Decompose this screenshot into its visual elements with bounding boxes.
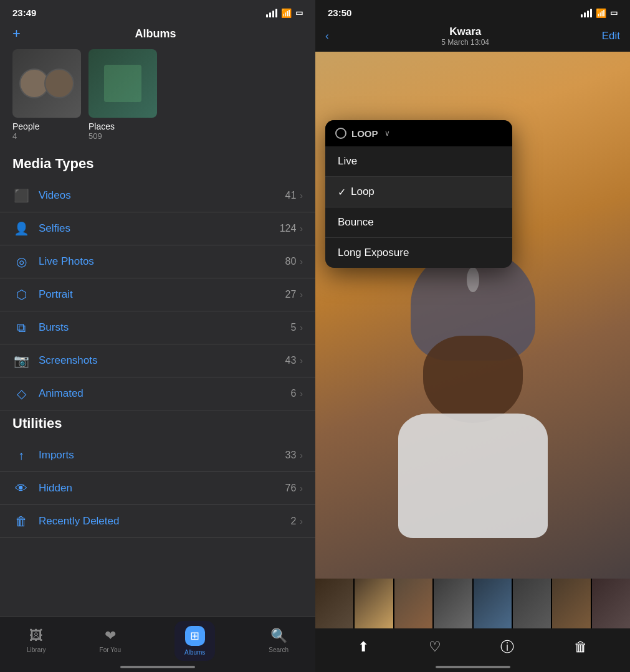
- strip-thumb-5[interactable]: [474, 579, 512, 628]
- places-album[interactable]: Places 509: [88, 49, 157, 141]
- albums-title: Albums: [21, 27, 290, 40]
- bounce-option-label: Bounce: [338, 216, 374, 229]
- people-faces: [12, 49, 81, 118]
- bottom-tabs: 🖼 Library ❤ For You ⊞ Albums 🔍 Search: [0, 616, 315, 672]
- left-status-bar: 23:49 📶 ▭: [0, 0, 315, 23]
- videos-item[interactable]: ⬛ Videos 41 ›: [0, 179, 315, 212]
- right-time: 23:50: [328, 7, 351, 18]
- live-option-label: Live: [338, 155, 357, 168]
- dropdown-item-live[interactable]: Live: [325, 146, 512, 177]
- video-icon: ⬛: [12, 187, 30, 204]
- photo-container[interactable]: LOOP ∨ Live ✓ Loop Bounce Long Exposure: [315, 52, 630, 579]
- people-album[interactable]: People 4: [12, 49, 81, 141]
- loop-circle-icon: [335, 128, 346, 139]
- animated-icon: ◇: [12, 385, 30, 402]
- dropdown-item-bounce[interactable]: Bounce: [325, 207, 512, 238]
- back-button[interactable]: ‹: [325, 30, 329, 42]
- strip-thumb-3[interactable]: [394, 579, 432, 628]
- bursts-label: Bursts: [39, 321, 290, 334]
- dropdown-item-loop[interactable]: ✓ Loop: [325, 177, 512, 207]
- selfie-icon: 👤: [12, 220, 30, 237]
- recently-deleted-count: 2: [290, 516, 296, 527]
- trash-button[interactable]: 🗑: [574, 639, 588, 655]
- library-label: Library: [27, 646, 46, 653]
- share-button[interactable]: ⬆: [358, 639, 369, 655]
- loop-option-label: Loop: [351, 186, 500, 198]
- people-count: 4: [12, 131, 81, 141]
- imports-count: 33: [285, 450, 297, 461]
- animated-item[interactable]: ◇ Animated 6 ›: [0, 377, 315, 410]
- right-panel: 23:50 📶 ▭ ‹ Kwara 5 March 13:04 Edit: [315, 0, 630, 672]
- photo-header-center: Kwara 5 March 13:04: [441, 26, 489, 47]
- strip-thumb-1[interactable]: [315, 579, 353, 628]
- strip-thumb-8[interactable]: [592, 579, 630, 628]
- screenshots-chevron: ›: [300, 356, 303, 366]
- bursts-icon: ⧉: [12, 319, 30, 336]
- dropdown-header[interactable]: LOOP ∨: [325, 120, 512, 146]
- hidden-icon: 👁: [12, 480, 30, 497]
- screenshots-item[interactable]: 📷 Screenshots 43 ›: [0, 344, 315, 377]
- live-photos-chevron: ›: [300, 257, 303, 267]
- left-status-right: 📶 ▭: [266, 8, 303, 18]
- add-button[interactable]: +: [12, 26, 21, 42]
- right-header: ‹ Kwara 5 March 13:04 Edit: [315, 23, 630, 52]
- dropdown-chevron-icon: ∨: [384, 129, 390, 138]
- left-panel: 23:49 📶 ▭ + Albums People: [0, 0, 315, 672]
- albums-icon: ⊞: [190, 629, 199, 643]
- deleted-icon: 🗑: [12, 513, 30, 530]
- portrait-item[interactable]: ⬡ Portrait 27 ›: [0, 278, 315, 311]
- right-status-right: 📶 ▭: [581, 8, 618, 18]
- portrait-chevron: ›: [300, 290, 303, 300]
- album-thumbnails: People 4 Places 509: [0, 49, 315, 151]
- signal-icon: [266, 9, 277, 17]
- wifi-icon: 📶: [281, 8, 292, 18]
- right-battery-icon: ▭: [610, 8, 618, 17]
- animated-count: 6: [290, 388, 296, 399]
- body-shape: [398, 414, 548, 538]
- hidden-chevron: ›: [300, 483, 303, 493]
- tab-for-you[interactable]: ❤ For You: [100, 628, 121, 653]
- recently-deleted-item[interactable]: 🗑 Recently Deleted 2 ›: [0, 505, 315, 538]
- face-shape: [423, 336, 523, 423]
- albums-icon-wrap: ⊞: [185, 626, 205, 646]
- videos-chevron: ›: [300, 191, 303, 201]
- imports-item[interactable]: ↑ Imports 33 ›: [0, 439, 315, 472]
- bursts-chevron: ›: [300, 323, 303, 333]
- people-label: People: [12, 121, 81, 131]
- imports-icon: ↑: [12, 447, 30, 464]
- for-you-label: For You: [100, 646, 121, 653]
- selfies-item[interactable]: 👤 Selfies 124 ›: [0, 212, 315, 245]
- tab-albums[interactable]: ⊞ Albums: [174, 621, 215, 661]
- bursts-item[interactable]: ⧉ Bursts 5 ›: [0, 311, 315, 344]
- heart-button[interactable]: ♡: [429, 639, 441, 655]
- portrait-icon: ⬡: [12, 286, 30, 303]
- strip-thumb-7[interactable]: [552, 579, 590, 628]
- left-time: 23:49: [12, 7, 36, 18]
- animated-chevron: ›: [300, 389, 303, 399]
- dropdown-item-long-exposure[interactable]: Long Exposure: [325, 238, 512, 268]
- strip-thumb-6[interactable]: [513, 579, 551, 628]
- thumbnail-strip[interactable]: [315, 579, 630, 628]
- animated-label: Animated: [39, 387, 290, 400]
- albums-label: Albums: [184, 649, 205, 656]
- right-home-indicator: [436, 666, 510, 668]
- search-icon: 🔍: [270, 628, 287, 644]
- tab-search[interactable]: 🔍 Search: [269, 628, 289, 653]
- imports-chevron: ›: [300, 450, 303, 460]
- videos-count: 41: [285, 190, 297, 201]
- places-thumbnail: [88, 49, 157, 118]
- right-status-bar: 23:50 📶 ▭: [315, 0, 630, 23]
- hidden-item[interactable]: 👁 Hidden 76 ›: [0, 472, 315, 505]
- tab-library[interactable]: 🖼 Library: [27, 628, 46, 653]
- edit-button[interactable]: Edit: [602, 30, 620, 42]
- info-button[interactable]: ⓘ: [500, 638, 514, 656]
- right-wifi-icon: 📶: [596, 8, 606, 18]
- photo-album-name: Kwara: [441, 26, 489, 38]
- live-photo-dropdown[interactable]: LOOP ∨ Live ✓ Loop Bounce Long Exposure: [325, 120, 512, 268]
- battery-icon: ▭: [295, 8, 303, 17]
- live-photos-item[interactable]: ◎ Live Photos 80 ›: [0, 245, 315, 278]
- live-photos-icon: ◎: [12, 253, 30, 270]
- hat-decoration: [467, 267, 479, 292]
- strip-thumb-2[interactable]: [355, 579, 393, 628]
- strip-thumb-4[interactable]: [434, 579, 472, 628]
